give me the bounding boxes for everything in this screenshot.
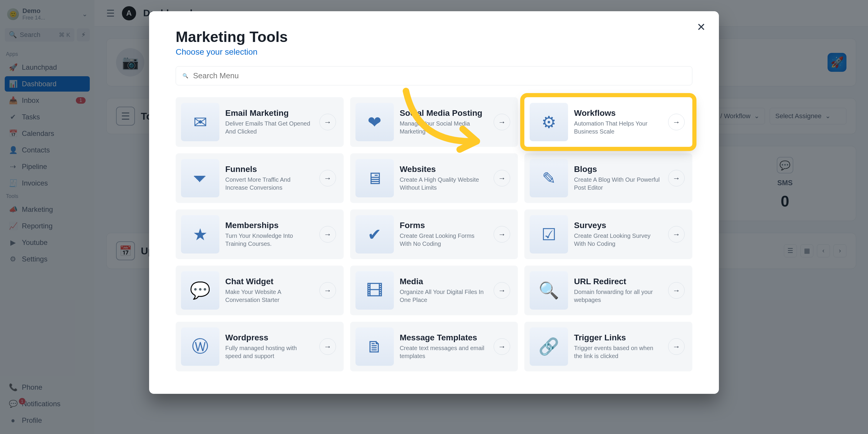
tool-desc: Create Great Looking Forms With No Codin… (400, 232, 488, 248)
tool-card-blogs[interactable]: ✎BlogsCreate A Blog With Our Powerful Po… (524, 153, 692, 203)
tool-desc: Organize All Your Digital Files In One P… (400, 288, 488, 304)
tool-desc: Manage Your Social Media Marketing (400, 120, 488, 136)
blogs-icon: ✎ (530, 159, 568, 197)
tool-title: Blogs (574, 165, 662, 174)
tool-card-message-templates[interactable]: 🗎Message TemplatesCreate text messages a… (350, 322, 518, 371)
arrow-right-icon[interactable]: → (319, 226, 336, 242)
tool-card-memberships[interactable]: ★MembershipsTurn Your Knowledge Into Tra… (176, 209, 344, 259)
tool-title: Workflows (574, 109, 662, 118)
tool-title: Email Marketing (225, 109, 314, 118)
tool-card-media[interactable]: 🎞MediaOrganize All Your Digital Files In… (350, 266, 518, 315)
arrow-right-icon[interactable]: → (319, 338, 336, 355)
chat-widget-icon: 💬 (181, 271, 219, 310)
tool-desc: Create A High Quality Website Without Li… (400, 176, 488, 192)
arrow-right-icon[interactable]: → (494, 226, 510, 242)
tool-title: Funnels (225, 165, 314, 174)
tool-desc: Domain forwarding for all your webpages (574, 288, 662, 304)
surveys-icon: ☑ (530, 215, 568, 254)
arrow-right-icon[interactable]: → (494, 114, 510, 130)
modal-title: Marketing Tools (176, 28, 692, 46)
tool-desc: Fully managed hosting with speed and sup… (225, 344, 314, 360)
arrow-right-icon[interactable]: → (668, 114, 685, 130)
arrow-right-icon[interactable]: → (319, 170, 336, 186)
tool-card-workflows[interactable]: ⚙WorkflowsAutomation That Helps Your Bus… (524, 97, 692, 147)
social-media-posting-icon: ❤ (355, 103, 394, 141)
tool-desc: Trigger events based on when the link is… (574, 344, 662, 360)
arrow-right-icon[interactable]: → (494, 338, 510, 355)
tool-title: Media (400, 277, 488, 286)
tool-title: Websites (400, 165, 488, 174)
message-templates-icon: 🗎 (355, 327, 394, 366)
tool-card-forms[interactable]: ✔FormsCreate Great Looking Forms With No… (350, 209, 518, 259)
forms-icon: ✔ (355, 215, 394, 254)
media-icon: 🎞 (355, 271, 394, 310)
modal-search-input[interactable] (193, 71, 686, 80)
tool-card-websites[interactable]: 🖥WebsitesCreate A High Quality Website W… (350, 153, 518, 203)
tool-card-social-media-posting[interactable]: ❤Social Media PostingManage Your Social … (350, 97, 518, 147)
tool-card-email-marketing[interactable]: ✉︎Email MarketingDeliver Emails That Get… (176, 97, 344, 147)
tool-title: Trigger Links (574, 333, 662, 342)
tool-desc: Create text messages and email templates (400, 344, 488, 360)
arrow-right-icon[interactable]: → (494, 170, 510, 186)
tool-title: Message Templates (400, 333, 488, 342)
tool-desc: Turn Your Knowledge Into Training Course… (225, 232, 314, 248)
tool-title: Wordpress (225, 333, 314, 342)
trigger-links-icon: 🔗 (530, 327, 568, 366)
url-redirect-icon: 🔍 (530, 271, 568, 310)
tool-desc: Convert More Traffic And Increase Conver… (225, 176, 314, 192)
close-button[interactable]: ✕ (694, 20, 708, 34)
tool-card-surveys[interactable]: ☑SurveysCreate Great Looking Survey With… (524, 209, 692, 259)
tool-desc: Create A Blog With Our Powerful Post Edi… (574, 176, 662, 192)
tool-title: Memberships (225, 221, 314, 230)
tool-card-url-redirect[interactable]: 🔍URL RedirectDomain forwarding for all y… (524, 266, 692, 315)
websites-icon: 🖥 (355, 159, 394, 197)
tool-title: Social Media Posting (400, 109, 488, 118)
tool-desc: Create Great Looking Survey With No Codi… (574, 232, 662, 248)
arrow-right-icon[interactable]: → (668, 170, 685, 186)
search-icon: 🔍 (182, 73, 188, 79)
funnels-icon: ⏷ (181, 159, 219, 197)
tool-card-funnels[interactable]: ⏷FunnelsConvert More Traffic And Increas… (176, 153, 344, 203)
arrow-right-icon[interactable]: → (319, 114, 336, 130)
arrow-right-icon[interactable]: → (668, 338, 685, 355)
tool-grid: ✉︎Email MarketingDeliver Emails That Get… (176, 97, 692, 371)
tool-title: Surveys (574, 221, 662, 230)
arrow-right-icon[interactable]: → (668, 282, 685, 299)
workflows-icon: ⚙ (530, 103, 568, 141)
memberships-icon: ★ (181, 215, 219, 254)
tool-title: URL Redirect (574, 277, 662, 286)
tool-desc: Deliver Emails That Get Opened And Click… (225, 120, 314, 136)
tool-title: Chat Widget (225, 277, 314, 286)
tool-title: Forms (400, 221, 488, 230)
tool-card-trigger-links[interactable]: 🔗Trigger LinksTrigger events based on wh… (524, 322, 692, 371)
tool-card-wordpress[interactable]: ⓌWordpressFully managed hosting with spe… (176, 322, 344, 371)
modal-search[interactable]: 🔍 (176, 66, 692, 85)
tool-desc: Automation That Helps Your Business Scal… (574, 120, 662, 136)
wordpress-icon: Ⓦ (181, 327, 219, 366)
arrow-right-icon[interactable]: → (668, 226, 685, 242)
arrow-right-icon[interactable]: → (319, 282, 336, 299)
tool-desc: Make Your Website A Conversation Starter (225, 288, 314, 304)
choose-selection-link[interactable]: Choose your selection (176, 47, 692, 57)
marketing-tools-modal: ✕ Marketing Tools Choose your selection … (149, 11, 719, 394)
tool-card-chat-widget[interactable]: 💬Chat WidgetMake Your Website A Conversa… (176, 266, 344, 315)
arrow-right-icon[interactable]: → (494, 282, 510, 299)
email-marketing-icon: ✉︎ (181, 103, 219, 141)
